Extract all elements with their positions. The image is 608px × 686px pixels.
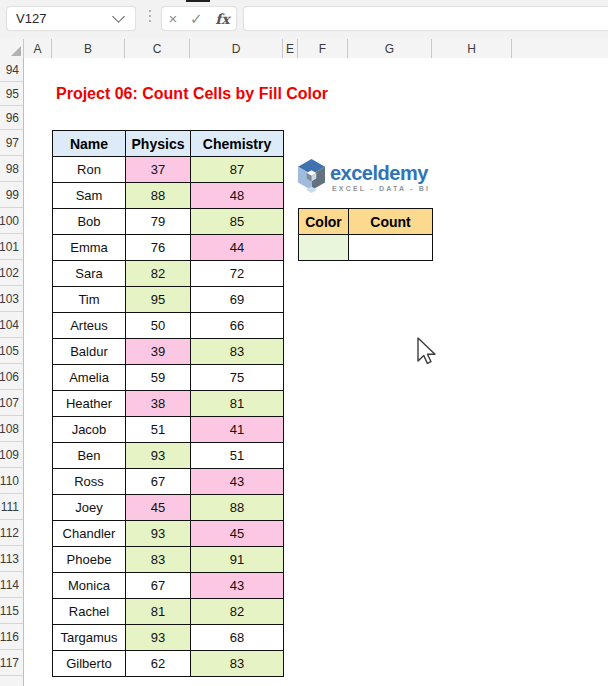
row-header-95[interactable]: 95	[0, 82, 23, 106]
physics-cell[interactable]: 88	[126, 183, 191, 209]
column-header-E[interactable]: E	[283, 39, 298, 58]
chemistry-cell[interactable]: 43	[191, 469, 284, 495]
chemistry-cell[interactable]: 91	[191, 547, 284, 573]
chemistry-cell[interactable]: 69	[191, 287, 284, 313]
column-header-G[interactable]: G	[348, 39, 432, 58]
name-cell[interactable]: Bob	[53, 209, 126, 235]
name-cell[interactable]: Sara	[53, 261, 126, 287]
chemistry-cell[interactable]: 41	[191, 417, 284, 443]
row-header-102[interactable]: 102	[0, 260, 23, 286]
row-header-111[interactable]: 111	[0, 494, 23, 520]
name-cell[interactable]: Amelia	[53, 365, 126, 391]
row-header-100[interactable]: 100	[0, 208, 23, 234]
column-header-F[interactable]: F	[298, 39, 348, 58]
name-cell[interactable]: Chandler	[53, 521, 126, 547]
row-header-117[interactable]: 117	[0, 650, 23, 676]
row-header-114[interactable]: 114	[0, 572, 23, 598]
column-header-A[interactable]: A	[24, 39, 52, 58]
score-header-name[interactable]: Name	[53, 131, 126, 157]
enter-icon[interactable]: ✓	[190, 11, 203, 26]
row-header-116[interactable]: 116	[0, 624, 23, 650]
row-header-98[interactable]: 98	[0, 156, 23, 182]
select-all-button[interactable]	[0, 39, 24, 58]
chemistry-cell[interactable]: 48	[191, 183, 284, 209]
row-header-99[interactable]: 99	[0, 182, 23, 208]
count-value-cell[interactable]	[349, 235, 433, 261]
count-header-count[interactable]: Count	[349, 209, 433, 235]
name-cell[interactable]: Tim	[53, 287, 126, 313]
chemistry-cell[interactable]: 83	[191, 651, 284, 677]
color-swatch-cell[interactable]	[299, 235, 349, 261]
name-cell[interactable]: Emma	[53, 235, 126, 261]
chemistry-cell[interactable]: 44	[191, 235, 284, 261]
name-cell[interactable]: Monica	[53, 573, 126, 599]
chemistry-cell[interactable]: 66	[191, 313, 284, 339]
physics-cell[interactable]: 59	[126, 365, 191, 391]
chemistry-cell[interactable]: 75	[191, 365, 284, 391]
row-header-106[interactable]: 106	[0, 364, 23, 390]
row-header-96[interactable]: 96	[0, 106, 23, 130]
name-cell[interactable]: Gilberto	[53, 651, 126, 677]
physics-cell[interactable]: 93	[126, 521, 191, 547]
row-header-107[interactable]: 107	[0, 390, 23, 416]
column-header-H[interactable]: H	[432, 39, 512, 58]
column-header-D[interactable]: D	[190, 39, 283, 58]
physics-cell[interactable]: 79	[126, 209, 191, 235]
name-cell[interactable]: Ron	[53, 157, 126, 183]
chemistry-cell[interactable]: 85	[191, 209, 284, 235]
name-cell[interactable]: Ross	[53, 469, 126, 495]
name-cell[interactable]: Phoebe	[53, 547, 126, 573]
exceldemy-logo[interactable]: exceldemy EXCEL - DATA - BI	[298, 156, 432, 198]
physics-cell[interactable]: 82	[126, 261, 191, 287]
name-cell[interactable]: Rachel	[53, 599, 126, 625]
physics-cell[interactable]: 39	[126, 339, 191, 365]
count-header-color[interactable]: Color	[299, 209, 349, 235]
score-header-physics[interactable]: Physics	[126, 131, 191, 157]
row-header-110[interactable]: 110	[0, 468, 23, 494]
row-header-101[interactable]: 101	[0, 234, 23, 260]
name-cell[interactable]: Jacob	[53, 417, 126, 443]
row-header-112[interactable]: 112	[0, 520, 23, 546]
insert-function-icon[interactable]: fx	[215, 12, 229, 26]
chemistry-cell[interactable]: 51	[191, 443, 284, 469]
column-header-C[interactable]: C	[125, 39, 190, 58]
name-cell[interactable]: Sam	[53, 183, 126, 209]
row-header-109[interactable]: 109	[0, 442, 23, 468]
score-header-chemistry[interactable]: Chemistry	[191, 131, 284, 157]
cancel-icon[interactable]: ×	[168, 11, 177, 26]
chemistry-cell[interactable]: 72	[191, 261, 284, 287]
row-header-104[interactable]: 104	[0, 312, 23, 338]
physics-cell[interactable]: 83	[126, 547, 191, 573]
chemistry-cell[interactable]: 83	[191, 339, 284, 365]
name-cell[interactable]: Baldur	[53, 339, 126, 365]
row-header-97[interactable]: 97	[0, 130, 23, 156]
physics-cell[interactable]: 62	[126, 651, 191, 677]
chemistry-cell[interactable]: 87	[191, 157, 284, 183]
page-title[interactable]: Project 06: Count Cells by Fill Color	[56, 82, 328, 106]
formula-bar-input[interactable]	[243, 6, 608, 31]
physics-cell[interactable]: 76	[126, 235, 191, 261]
chemistry-cell[interactable]: 68	[191, 625, 284, 651]
row-header-115[interactable]: 115	[0, 598, 23, 624]
name-cell[interactable]: Arteus	[53, 313, 126, 339]
physics-cell[interactable]: 81	[126, 599, 191, 625]
row-header-94[interactable]: 94	[0, 58, 23, 82]
row-header-105[interactable]: 105	[0, 338, 23, 364]
chemistry-cell[interactable]: 82	[191, 599, 284, 625]
physics-cell[interactable]: 45	[126, 495, 191, 521]
column-header-B[interactable]: B	[52, 39, 125, 58]
row-header-103[interactable]: 103	[0, 286, 23, 312]
physics-cell[interactable]: 93	[126, 443, 191, 469]
chemistry-cell[interactable]: 45	[191, 521, 284, 547]
physics-cell[interactable]: 38	[126, 391, 191, 417]
name-cell[interactable]: Targamus	[53, 625, 126, 651]
chemistry-cell[interactable]: 88	[191, 495, 284, 521]
physics-cell[interactable]: 37	[126, 157, 191, 183]
chevron-down-icon[interactable]	[112, 10, 125, 23]
physics-cell[interactable]: 51	[126, 417, 191, 443]
physics-cell[interactable]: 67	[126, 469, 191, 495]
physics-cell[interactable]: 50	[126, 313, 191, 339]
chemistry-cell[interactable]: 81	[191, 391, 284, 417]
name-box[interactable]: V127	[6, 6, 136, 31]
name-cell[interactable]: Heather	[53, 391, 126, 417]
